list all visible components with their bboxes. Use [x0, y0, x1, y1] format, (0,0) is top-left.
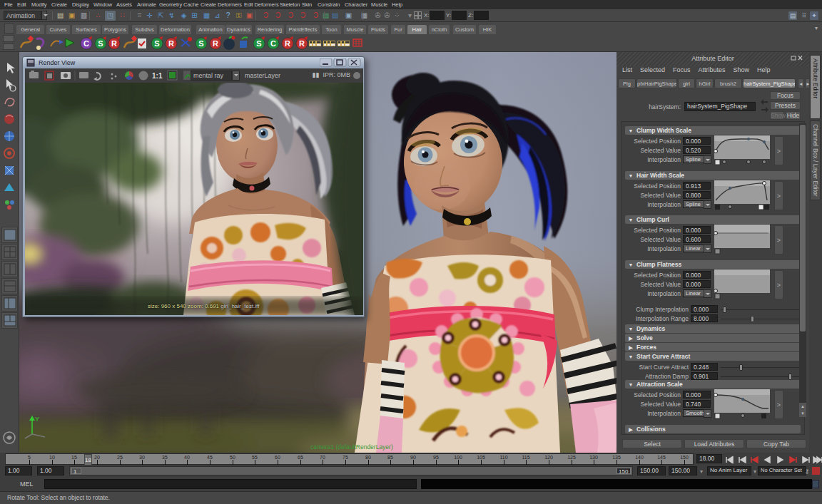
- svg-text:Y: Y: [35, 416, 39, 423]
- svg-text:R: R: [213, 39, 218, 48]
- svg-text:C: C: [270, 39, 276, 48]
- svg-text:R: R: [168, 39, 174, 48]
- svg-text:R: R: [111, 39, 117, 48]
- svg-text:S: S: [154, 39, 159, 48]
- svg-text:R: R: [299, 39, 305, 48]
- svg-text:S: S: [198, 39, 203, 48]
- svg-text:S: S: [256, 39, 261, 48]
- svg-text:C: C: [83, 39, 89, 48]
- svg-text:1:1: 1:1: [152, 72, 163, 80]
- svg-text:S: S: [98, 39, 103, 48]
- svg-text:R: R: [285, 39, 290, 48]
